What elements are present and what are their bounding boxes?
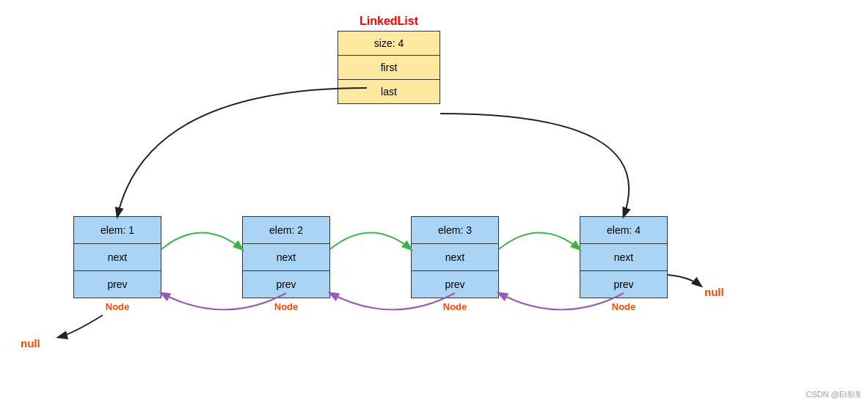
node-1-next: next [73, 244, 161, 271]
node-4-prev: prev [580, 271, 668, 298]
node-2: elem: 2 next prev Node [242, 216, 330, 312]
node-1: elem: 1 next prev Node [73, 216, 161, 312]
node-2-prev: prev [242, 271, 330, 298]
node-2-label: Node [242, 301, 330, 312]
node-2-next: next [242, 244, 330, 271]
node-3: elem: 3 next prev Node [411, 216, 499, 312]
node-4-label: Node [580, 301, 668, 312]
node-4-next: next [580, 244, 668, 271]
node-3-next: next [411, 244, 499, 271]
node-1-prev: prev [73, 271, 161, 298]
node-1-elem: elem: 1 [73, 216, 161, 244]
linkedlist-title: LinkedList [338, 15, 440, 28]
ll-cell-last: last [338, 80, 440, 104]
node-3-elem: elem: 3 [411, 216, 499, 244]
watermark: CSDN @E绵绵 [806, 389, 861, 400]
null-right-label: null [704, 286, 724, 298]
linkedlist-box: LinkedList size: 4 first last [338, 15, 440, 104]
node-2-elem: elem: 2 [242, 216, 330, 244]
node-3-label: Node [411, 301, 499, 312]
node-1-label: Node [73, 301, 161, 312]
null-left-label: null [21, 337, 40, 350]
node-3-prev: prev [411, 271, 499, 298]
diagram-container: LinkedList size: 4 first last elem: 1 ne… [0, 0, 868, 406]
ll-cell-size: size: 4 [338, 31, 440, 56]
node-4: elem: 4 next prev Node [580, 216, 668, 312]
node-4-elem: elem: 4 [580, 216, 668, 244]
ll-cell-first: first [338, 56, 440, 80]
